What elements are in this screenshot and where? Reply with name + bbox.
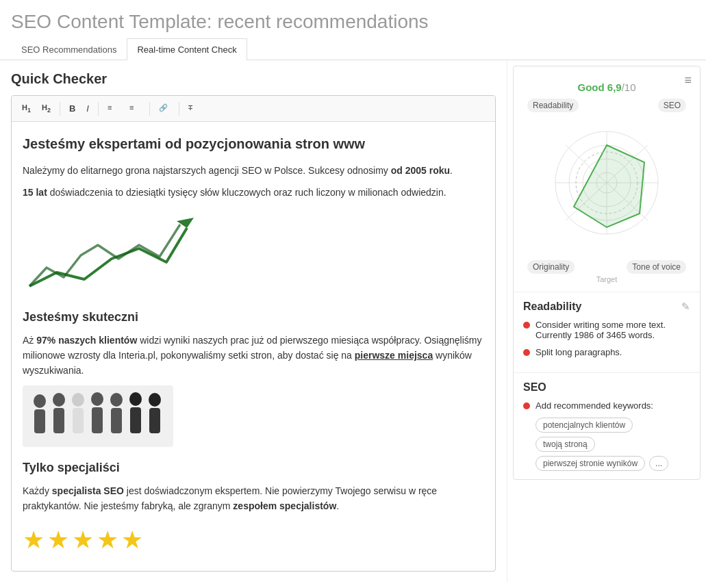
readability-edit-icon[interactable]: ✎: [681, 301, 690, 313]
score-good-label: Good 6,9/10: [577, 81, 635, 93]
toolbar-separator-1: [60, 102, 60, 116]
editor-area: H1 H2 B I ≡ ≡ 🔗 T̶: [11, 95, 496, 572]
radar-label-tone-of-voice[interactable]: Tone of voice: [627, 260, 686, 274]
seo-title: SEO: [523, 381, 690, 394]
seo-section: SEO Add recommended keywords: potencjaln…: [514, 372, 700, 479]
rec-2-dot: [523, 349, 530, 356]
editor-heading-2: Jesteśmy skuteczni: [23, 307, 484, 327]
editor-para-4: Każdy specjalista SEO jest doświadczonym…: [23, 483, 484, 514]
svg-point-15: [129, 392, 142, 406]
editor-para-3: Aż 97% naszych klientów widzi wyniki nas…: [23, 333, 484, 379]
seo-dot: [523, 402, 530, 409]
toolbar-h1-button[interactable]: H1: [17, 101, 36, 116]
editor-heading-3: Tylko specjaliści: [23, 458, 484, 478]
keyword-tag-2[interactable]: pierwszej stronie wyników: [535, 456, 645, 471]
main-content: Quick Checker H1 H2 B I ≡ ≡ 🔗: [0, 60, 706, 583]
quick-checker-title: Quick Checker: [11, 71, 496, 87]
svg-rect-6: [34, 409, 45, 433]
editor-heading-1: Jesteśmy ekspertami od pozycjonowania st…: [23, 133, 484, 155]
svg-point-5: [34, 394, 46, 408]
keyword-more-button[interactable]: ...: [649, 456, 668, 471]
svg-rect-16: [130, 407, 141, 433]
svg-text:T̶: T̶: [188, 104, 193, 112]
svg-rect-10: [73, 408, 84, 433]
readability-rec-1: Consider writing some more text. Current…: [523, 320, 690, 340]
toolbar-h2-button[interactable]: H2: [37, 101, 55, 116]
tabs-bar: SEO Recommendations Real-time Content Ch…: [0, 38, 706, 60]
rec-1-text: Consider writing some more text. Current…: [535, 320, 690, 340]
growth-chart: [23, 207, 201, 296]
tab-realtime-content-check[interactable]: Real-time Content Check: [127, 38, 247, 60]
seo-add-keywords-label: Add recommended keywords:: [535, 400, 653, 411]
readability-header: Readability ✎: [523, 301, 690, 313]
toolbar-ul-button[interactable]: ≡: [125, 100, 145, 117]
keyword-tag-1[interactable]: twoją stroną: [535, 437, 595, 452]
panel-divider-1: [514, 292, 700, 292]
svg-text:≡: ≡: [108, 103, 112, 112]
toolbar-separator-2: [98, 102, 99, 116]
editor-toolbar: H1 H2 B I ≡ ≡ 🔗 T̶: [12, 96, 495, 122]
toolbar-link-button[interactable]: 🔗: [154, 100, 175, 117]
team-image: [23, 385, 173, 447]
toolbar-italic-button[interactable]: I: [81, 101, 94, 116]
radar-top-labels: Readability SEO: [522, 99, 692, 112]
svg-point-9: [72, 393, 84, 407]
score-denom: /10: [622, 81, 636, 93]
tab-seo-recommendations[interactable]: SEO Recommendations: [11, 38, 127, 60]
score-panel: ≡ Good 6,9/10 Readability SEO: [513, 66, 701, 480]
readability-rec-2: Split long paragraphs.: [523, 347, 690, 357]
svg-rect-12: [92, 407, 103, 433]
svg-point-13: [110, 393, 123, 407]
svg-point-11: [91, 392, 103, 406]
readability-title: Readability: [523, 301, 581, 313]
radar-label-originality[interactable]: Originality: [527, 260, 575, 274]
page-title-static: SEO Content Template:: [11, 11, 212, 32]
rec-1-dot: [523, 322, 530, 329]
radar-target-label: Target: [522, 275, 692, 283]
svg-marker-27: [574, 145, 644, 227]
rec-2-text: Split long paragraphs.: [535, 347, 622, 357]
editor-content[interactable]: Jesteśmy ekspertami od pozycjonowania st…: [12, 122, 495, 571]
score-panel-header: ≡ Good 6,9/10 Readability SEO: [514, 66, 700, 283]
svg-rect-8: [53, 408, 64, 433]
page-title-dynamic: recent recommendations: [212, 11, 429, 32]
right-panel: ≡ Good 6,9/10 Readability SEO: [507, 60, 706, 583]
page-header: SEO Content Template: recent recommendat…: [0, 0, 706, 38]
star-rating: ★★★★★: [23, 520, 484, 560]
editor-para-1: Należymy do elitarnego grona najstarszyc…: [23, 163, 484, 178]
radar-label-readability[interactable]: Readability: [527, 99, 579, 112]
editor-link-1[interactable]: pierwsze miejsca: [355, 350, 433, 361]
toolbar-bold-button[interactable]: B: [64, 101, 80, 116]
svg-rect-18: [149, 408, 160, 433]
toolbar-separator-3: [149, 102, 150, 116]
editor-para-2: 15 lat doświadczenia to dziesiątki tysię…: [23, 185, 484, 200]
keywords-list: potencjalnych klientów twoją stroną pier…: [535, 418, 690, 471]
page-title: SEO Content Template: recent recommendat…: [11, 11, 695, 33]
toolbar-clear-button[interactable]: T̶: [184, 100, 204, 117]
readability-section: Readability ✎ Consider writing some more…: [514, 301, 700, 372]
toolbar-ol-button[interactable]: ≡: [103, 100, 123, 117]
toolbar-separator-4: [179, 102, 179, 116]
svg-text:≡: ≡: [129, 103, 134, 112]
svg-point-17: [149, 393, 161, 407]
score-display: Good 6,9/10: [522, 73, 692, 99]
svg-text:🔗: 🔗: [159, 103, 168, 112]
seo-add-keywords: Add recommended keywords:: [523, 400, 690, 411]
radar-bottom-labels: Originality Tone of voice: [522, 260, 692, 274]
keyword-tag-0[interactable]: potencjalnych klientów: [535, 418, 633, 433]
panel-menu-icon[interactable]: ≡: [684, 73, 692, 88]
score-value: 6,9: [607, 81, 622, 93]
radar-label-seo[interactable]: SEO: [658, 99, 686, 112]
left-panel: Quick Checker H1 H2 B I ≡ ≡ 🔗: [0, 60, 507, 583]
radar-chart: [538, 118, 675, 255]
svg-point-7: [53, 393, 65, 407]
svg-rect-14: [111, 408, 122, 433]
